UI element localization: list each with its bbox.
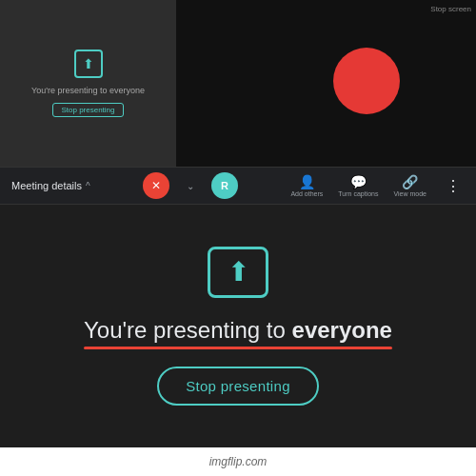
stop-presenting-button-small[interactable]: Stop presenting (52, 103, 123, 117)
captions-button[interactable]: 💬 Turn captions (338, 174, 378, 197)
mic-off-button[interactable]: ✕ (143, 172, 169, 199)
upload-icon-large: ⬆ (228, 256, 249, 288)
mic-off-icon: ✕ (151, 179, 161, 192)
add-person-icon: 👤 (299, 174, 315, 189)
everyone-underline (84, 347, 392, 349)
chevron-button[interactable]: ⌄ (177, 172, 204, 199)
main-content: ⬆ You're presenting to everyone Stop pre… (0, 205, 476, 447)
more-options-icon: ⋮ (446, 178, 461, 194)
upload-icon-small: ⬆ (83, 56, 94, 71)
meeting-bar: Meeting details ^ ✕ ⌄ R 👤 Add others 💬 T… (0, 167, 476, 205)
captions-label: Turn captions (338, 190, 378, 197)
stop-presenting-button[interactable]: Stop presenting (157, 367, 319, 406)
chevron-down-icon: ⌄ (187, 181, 194, 191)
camera-button[interactable]: R (211, 172, 238, 199)
red-circle-avatar (333, 48, 400, 114)
watermark-text: imgflip.com (209, 455, 268, 468)
meeting-info-chevron-icon[interactable]: ^ (86, 181, 90, 191)
top-section: ⬆ You're presenting to everyone Stop pre… (0, 0, 476, 167)
watermark: imgflip.com (0, 447, 476, 476)
add-others-label: Add others (290, 190, 323, 197)
add-others-button[interactable]: 👤 Add others (290, 174, 323, 197)
meeting-name: Meeting details (11, 180, 82, 191)
present-icon-small: ⬆ (74, 50, 103, 78)
right-panel: Stop screen (176, 0, 476, 167)
present-icon-large: ⬆ (208, 247, 268, 298)
more-options-button[interactable]: ⋮ (442, 177, 465, 195)
meeting-controls: ✕ ⌄ R (143, 172, 238, 199)
stop-screen-label: Stop screen (430, 5, 471, 13)
presenting-main-text: You're presenting to everyone (84, 315, 392, 349)
captions-icon: 💬 (350, 174, 367, 189)
camera-icon: R (221, 180, 228, 191)
meeting-actions: 👤 Add others 💬 Turn captions 🔗 View mode… (290, 174, 465, 197)
presenting-text-small: You're presenting to everyone (31, 86, 145, 95)
view-mode-button[interactable]: 🔗 View mode (393, 174, 426, 197)
meeting-info[interactable]: Meeting details ^ (11, 180, 90, 191)
presenting-text-prefix: You're presenting to (84, 317, 292, 343)
view-mode-icon: 🔗 (402, 174, 418, 189)
view-mode-label: View mode (393, 190, 426, 197)
presenting-panel-small: ⬆ You're presenting to everyone Stop pre… (0, 0, 176, 167)
